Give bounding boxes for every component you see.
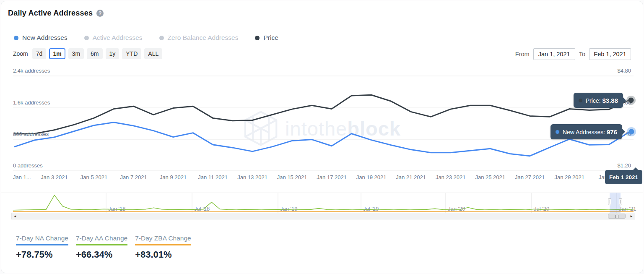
zoom-button-3m[interactable]: 3m — [68, 48, 84, 59]
x-axis-tick-label: Jan 3 2021 — [41, 174, 68, 180]
legend-item-price[interactable]: Price — [255, 34, 278, 42]
left-axis-label: 800 addresses — [13, 131, 49, 137]
x-axis-tick-label: Jan 7 2021 — [120, 174, 147, 180]
stat-7-day-aa-change: 7-Day AA Change+66.34% — [76, 235, 127, 260]
stat-value: +83.01% — [135, 249, 191, 260]
x-axis-tick-label: Jan 23 2021 — [436, 174, 466, 180]
x-axis-tick-label: Jan 13 2021 — [237, 174, 267, 180]
left-axis-label: 0 addresses — [13, 162, 43, 169]
right-axis-label: $1.20 — [617, 162, 631, 169]
x-axis-tick-label: Jan 17 2021 — [317, 174, 347, 180]
header-divider — [1, 25, 643, 25]
navigator-label: Jul '18 — [194, 206, 210, 212]
legend-dot-icon — [159, 36, 164, 40]
navigator-label: Jul '20 — [534, 206, 549, 212]
stat-value: +66.34% — [76, 249, 127, 260]
stat-7-day-na-change: 7-Day NA Change+78.75% — [16, 235, 68, 260]
navigator-label: Jul '19 — [363, 206, 379, 212]
tooltip-arrow — [622, 129, 625, 135]
legend-item-label: New Addresses — [22, 34, 68, 42]
legend-item-label: Zero Balance Addresses — [168, 34, 239, 42]
stat-label[interactable]: 7-Day AA Change — [76, 235, 127, 245]
daily-active-addresses-card: Daily Active Addresses ? New AddressesAc… — [1, 1, 643, 273]
navigator-label: Jan '20 — [448, 206, 465, 212]
zoom-button-all[interactable]: ALL — [144, 48, 162, 59]
stat-7-day-zba-change: 7-Day ZBA Change+83.01% — [135, 235, 191, 260]
date-range-controls: From To — [515, 48, 631, 60]
x-axis-tick-label: Jan 25 2021 — [475, 174, 505, 180]
zoom-button-1m[interactable]: 1m — [49, 48, 65, 59]
new-addresses-point-marker[interactable] — [627, 127, 636, 136]
price-tooltip: Price: $3.88 — [574, 93, 623, 108]
header: Daily Active Addresses ? — [8, 9, 104, 18]
legend-dot-icon — [255, 36, 260, 40]
scrollbar-thumb[interactable] — [608, 214, 626, 219]
tooltip-arrow — [633, 167, 639, 170]
legend-item-label: Price — [263, 34, 278, 42]
main-chart[interactable] — [1, 68, 643, 174]
x-axis-tick-label: Jan 9 2021 — [160, 174, 187, 180]
x-axis-tick-label: Jan 11 2021 — [198, 174, 228, 180]
x-axis-tick-label: Jan 27 2021 — [515, 174, 545, 180]
stat-label[interactable]: 7-Day NA Change — [16, 235, 68, 245]
navigator-scrollbar[interactable]: ◄ ► — [11, 213, 635, 219]
x-axis-tick-label: Jan 15 2021 — [277, 174, 307, 180]
stat-value: +78.75% — [16, 249, 68, 260]
right-axis-label: $4.80 — [617, 68, 631, 74]
from-label: From — [515, 51, 530, 57]
price-point-marker[interactable] — [626, 96, 636, 105]
navigator-left-handle[interactable] — [608, 198, 611, 205]
legend-item-active-addresses[interactable]: Active Addresses — [84, 34, 143, 42]
legend-item-label: Active Addresses — [93, 34, 143, 42]
legend-item-zero-balance-addresses[interactable]: Zero Balance Addresses — [159, 34, 239, 42]
x-axis-tick-label: Jan 1... — [13, 174, 31, 180]
zoom-label: Zoom — [13, 50, 28, 57]
to-date-input[interactable] — [589, 48, 631, 60]
chart-legend: New AddressesActive AddressesZero Balanc… — [14, 34, 278, 42]
price-dot-icon — [579, 99, 582, 102]
navigator-label: Jan '19 — [280, 206, 298, 212]
scrollbar-left-arrow-icon[interactable]: ◄ — [12, 213, 18, 219]
new-addresses-tooltip: New Addresses: 976 — [551, 124, 622, 139]
zoom-button-6m[interactable]: 6m — [87, 48, 102, 59]
new-addresses-dot-icon — [556, 130, 559, 134]
stats-row: 7-Day NA Change+78.75%7-Day AA Change+66… — [16, 235, 191, 260]
date-tooltip: Feb 1 2021 — [605, 170, 642, 184]
x-axis-tick-label: Jan 5 2021 — [80, 174, 107, 180]
x-axis-tick-label: Jan 29 2021 — [554, 174, 584, 180]
help-icon[interactable]: ? — [96, 10, 104, 17]
to-label: To — [579, 51, 585, 57]
zoom-controls: Zoom 7d1m3m6m1yYTDALL — [13, 48, 162, 59]
navigator-label: Jan '18 — [108, 206, 126, 212]
legend-dot-icon — [14, 36, 18, 40]
navigator-label: Jan '21 — [619, 206, 636, 212]
zoom-button-ytd[interactable]: YTD — [122, 48, 141, 59]
legend-dot-icon — [84, 36, 89, 40]
left-axis-label: 2.4k addresses — [13, 68, 50, 74]
zoom-button-7d[interactable]: 7d — [32, 48, 47, 59]
legend-item-new-addresses[interactable]: New Addresses — [14, 34, 68, 42]
scrollbar-right-arrow-icon[interactable]: ► — [628, 213, 635, 219]
left-axis-label: 1.6k addresses — [13, 99, 50, 106]
tooltip-arrow — [623, 97, 626, 103]
stat-label[interactable]: 7-Day ZBA Change — [135, 235, 191, 245]
page-title: Daily Active Addresses — [8, 9, 93, 18]
zoom-button-1y[interactable]: 1y — [106, 48, 119, 59]
from-date-input[interactable] — [533, 48, 575, 60]
x-axis-tick-label: Jan 21 2021 — [396, 174, 426, 180]
navigator-right-handle[interactable] — [619, 198, 622, 205]
x-axis-tick-label: Jan 19 2021 — [356, 174, 387, 180]
